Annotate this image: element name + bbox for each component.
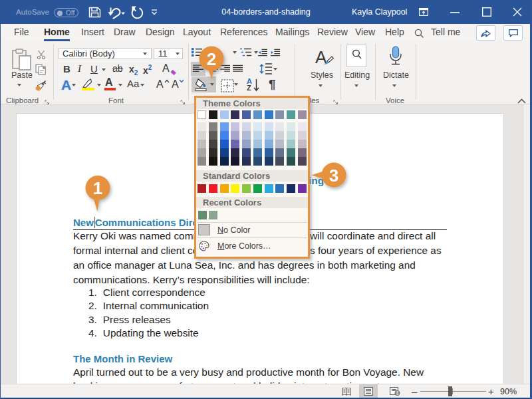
svg-text:3: 3 bbox=[329, 166, 338, 186]
svg-text:2: 2 bbox=[207, 49, 216, 69]
svg-text:1: 1 bbox=[93, 178, 102, 198]
